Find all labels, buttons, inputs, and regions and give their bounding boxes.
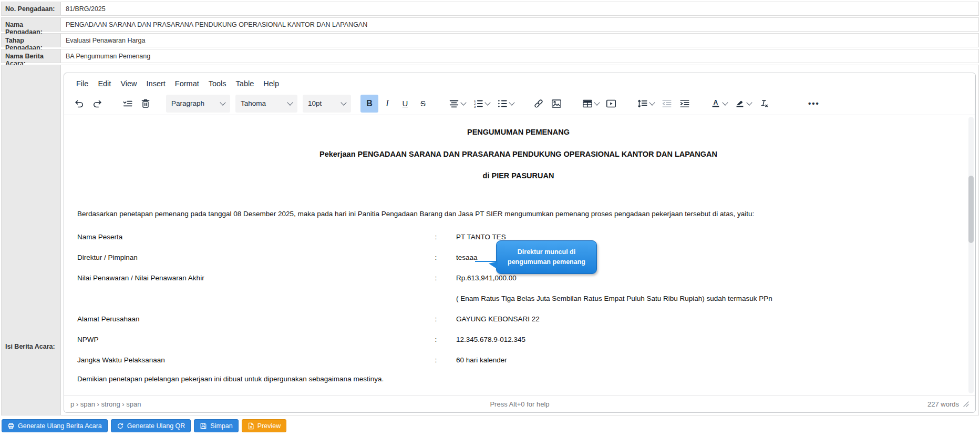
undo-button[interactable]	[70, 95, 88, 113]
field-value: PENGADAAN SARANA DAN PRASARANA PENDUKUNG…	[61, 18, 978, 31]
undo-icon	[74, 98, 85, 109]
bullet-list-icon	[497, 98, 508, 109]
field-value: BA Pengumuman Pemenang	[61, 49, 978, 63]
resize-grip-icon[interactable]	[963, 401, 969, 407]
annotation-callout: Direktur muncul di pengumuman pemenang	[496, 240, 597, 274]
generate-ulang-qr-button[interactable]: Generate Ulang QR	[111, 419, 191, 432]
strikethrough-button[interactable]: S	[414, 95, 432, 113]
chevron-down-icon	[649, 99, 655, 105]
editor-menubar: File Edit View Insert Format Tools Table…	[64, 73, 975, 92]
table-button[interactable]	[578, 95, 602, 113]
vertical-scrollbar[interactable]	[968, 117, 974, 393]
chevron-down-icon	[509, 99, 514, 105]
checklist-button[interactable]	[119, 95, 137, 113]
table-icon	[582, 98, 593, 109]
menu-tools[interactable]: Tools	[204, 78, 231, 89]
editor-statusbar: Press Alt+0 for help p › span › strong ›…	[64, 395, 975, 412]
text-color-icon: A	[710, 98, 721, 109]
chevron-down-icon	[220, 99, 225, 105]
checklist-icon	[122, 98, 133, 109]
redo-button[interactable]	[88, 95, 106, 113]
indent-button[interactable]	[676, 95, 694, 113]
editor-content-area[interactable]: PENGUMUMAN PEMENANG Pekerjaan PENGADAAN …	[64, 115, 975, 395]
word-count: 227 words	[927, 400, 959, 408]
field-label: Tahap Pengadaan:	[2, 34, 61, 47]
chevron-down-icon	[722, 99, 728, 105]
more-options-button[interactable]: •••	[805, 95, 823, 113]
doc-location: di PIER PASURUAN	[77, 171, 960, 180]
scrollbar-thumb[interactable]	[968, 176, 974, 243]
text-color-button[interactable]: A	[706, 95, 730, 113]
save-icon	[200, 422, 207, 430]
highlight-color-icon	[734, 98, 746, 109]
indent-icon	[679, 98, 690, 109]
menu-view[interactable]: View	[116, 78, 141, 89]
chevron-down-icon	[746, 99, 752, 105]
trash-icon	[140, 98, 151, 109]
ordered-list-icon: 123	[472, 98, 484, 109]
redo-icon	[91, 98, 103, 109]
preview-button[interactable]: Preview	[242, 419, 286, 432]
generate-ulang-berita-acara-button[interactable]: Generate Ulang Berita Acara	[2, 419, 108, 432]
media-button[interactable]	[602, 95, 620, 113]
image-icon	[551, 98, 562, 109]
underline-button[interactable]: U	[396, 95, 414, 113]
menu-help[interactable]: Help	[259, 78, 284, 89]
chevron-down-icon	[287, 99, 293, 105]
svg-text:3: 3	[473, 105, 476, 108]
field-value: Evaluasi Penawaran Harga	[61, 34, 978, 47]
chevron-down-icon	[460, 99, 466, 105]
pdf-icon	[247, 422, 254, 430]
font-size-select[interactable]: 10pt	[303, 95, 351, 113]
paragraph-format-select[interactable]: Paragraph	[166, 95, 230, 113]
detail-row: NPWP : 12.345.678.9-012.345	[77, 329, 960, 350]
clear-formatting-icon	[758, 98, 769, 109]
form-row-nama-berita-acara: Nama Berita Acara: BA Pengumuman Pemenan…	[1, 49, 979, 63]
italic-button[interactable]: I	[378, 95, 396, 113]
chevron-down-icon	[341, 99, 346, 105]
field-label: Isi Berita Acara:	[2, 65, 61, 415]
menu-insert[interactable]: Insert	[142, 78, 170, 89]
outdent-button[interactable]	[658, 95, 676, 113]
field-value: 81/BRG/2025	[61, 2, 978, 15]
simpan-button[interactable]: Simpan	[194, 419, 238, 432]
rich-text-editor: File Edit View Insert Format Tools Table…	[64, 73, 976, 413]
link-icon	[533, 98, 544, 109]
line-height-button[interactable]	[633, 95, 658, 113]
svg-text:A: A	[713, 98, 718, 106]
image-button[interactable]	[548, 95, 565, 113]
chevron-down-icon	[594, 99, 600, 105]
doc-subtitle: Pekerjaan PENGADAAN SARANA DAN PRASARANA…	[77, 150, 960, 158]
menu-edit[interactable]: Edit	[93, 78, 116, 89]
align-button[interactable]	[445, 95, 469, 113]
align-center-icon	[448, 98, 460, 109]
ordered-list-button[interactable]: 123	[469, 95, 493, 113]
procurement-ba-page: No. Pengadaan: 81/BRG/2025 Nama Pengadaa…	[0, 0, 980, 436]
detail-row: Jangka Waktu Pelaksanaan : 60 hari kalen…	[77, 350, 960, 370]
clear-formatting-button[interactable]	[755, 95, 772, 113]
bold-button[interactable]: B	[360, 95, 378, 113]
detail-row: Alamat Perusahaan : GAYUNG KEBONSARI 22	[77, 309, 960, 329]
form-row-nama-pengadaan: Nama Pengadaan: PENGADAAN SARANA DAN PRA…	[1, 17, 979, 32]
form-row-no-pengadaan: No. Pengadaan: 81/BRG/2025	[1, 2, 979, 16]
action-button-bar: Generate Ulang Berita Acara Generate Ula…	[2, 419, 980, 432]
field-label: No. Pengadaan:	[2, 2, 61, 15]
statusbar-help-text: Press Alt+0 for help	[64, 400, 975, 408]
menu-table[interactable]: Table	[231, 78, 259, 89]
bullet-list-button[interactable]	[493, 95, 517, 113]
menu-file[interactable]: File	[71, 78, 93, 89]
refresh-icon	[117, 422, 124, 430]
doc-title: PENGUMUMAN PEMENANG	[77, 128, 960, 136]
doc-closing-paragraph: Demikian penetapan pelelangan pekerjaan …	[77, 375, 960, 383]
menu-format[interactable]: Format	[170, 78, 204, 89]
font-family-select[interactable]: Tahoma	[235, 95, 297, 113]
doc-intro-paragraph: Berdasarkan penetapan pemenang pada tang…	[77, 210, 960, 218]
detail-row: ( Enam Ratus Tiga Belas Juta Sembilan Ra…	[77, 288, 960, 309]
chevron-down-icon	[484, 99, 490, 105]
delete-content-button[interactable]	[137, 95, 154, 113]
highlight-color-button[interactable]	[730, 95, 755, 113]
outdent-icon	[661, 98, 673, 109]
link-button[interactable]	[530, 95, 548, 113]
line-height-icon	[637, 98, 648, 109]
annotation-callout-tail	[489, 261, 498, 269]
